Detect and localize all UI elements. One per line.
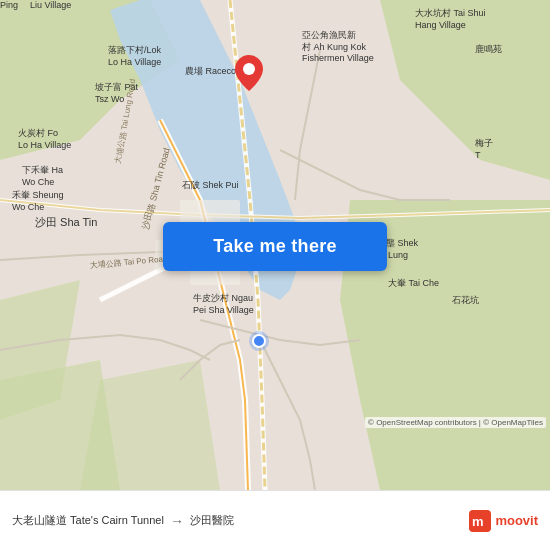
- bottom-bar: 大老山隧道 Tate's Cairn Tunnel → 沙田醫院 m moovi…: [0, 490, 550, 550]
- moovit-logo: m moovit: [469, 510, 538, 532]
- svg-point-8: [243, 63, 255, 75]
- label-sha-tin: 沙田 Sha Tin: [35, 215, 97, 229]
- label-sheung-wo-che: 禾輋 SheungWo Che: [12, 190, 64, 213]
- label-ping: Ping: [0, 0, 18, 12]
- svg-text:m: m: [472, 514, 484, 529]
- label-deer: 鹿鳴苑: [475, 44, 502, 56]
- moovit-text: moovit: [495, 513, 538, 528]
- moovit-icon: m: [469, 510, 491, 532]
- route-info: 大老山隧道 Tate's Cairn Tunnel → 沙田醫院: [12, 513, 469, 529]
- route-arrow: →: [170, 513, 184, 529]
- label-lok-lo-ha: 落路下村/LokLo Ha Village: [108, 45, 161, 68]
- current-location-dot: [252, 334, 266, 348]
- label-fo-lo-ha: 火炭村 FoLo Ha Village: [18, 128, 71, 151]
- label-tai-che: 大輋 Tai Che: [388, 278, 439, 290]
- red-destination-pin: [235, 55, 263, 91]
- label-shek-pui: 石陂 Shek Pui: [182, 180, 239, 192]
- map-container: 沙田路 Sha Tin Road 大埔公路 Tai Po Road 大水坑村 T…: [0, 0, 550, 490]
- label-liu-village: Liu Village: [30, 0, 71, 12]
- label-shek-fa-hang: 石花坑: [452, 295, 479, 307]
- label-ngau-pei-sha: 牛皮沙村 NgauPei Sha Village: [193, 293, 254, 316]
- label-tai-shui-hang: 大水坑村 Tai ShuiHang Village: [415, 8, 486, 31]
- label-ha-wo-che: 下禾輋 HaWo Che: [22, 165, 63, 188]
- route-from: 大老山隧道 Tate's Cairn Tunnel: [12, 513, 164, 528]
- route-to: 沙田醫院: [190, 513, 234, 528]
- label-mei-zi: 梅子T: [475, 138, 493, 161]
- osm-attribution: © OpenStreetMap contributors | © OpenMap…: [365, 417, 546, 428]
- take-me-there-button[interactable]: Take me there: [163, 222, 387, 271]
- label-ah-kung-kok: 亞公角漁民新村 Ah Kung KokFishermen Village: [302, 30, 374, 65]
